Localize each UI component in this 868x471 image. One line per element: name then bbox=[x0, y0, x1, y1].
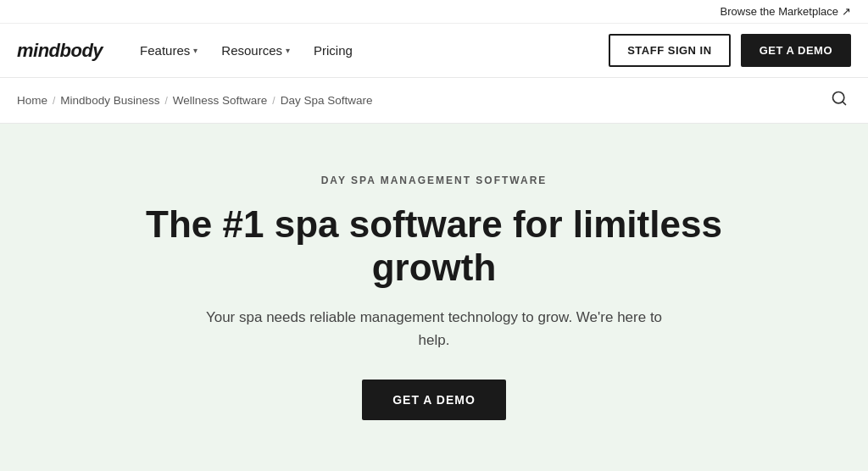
nav-actions: STAFF SIGN IN GET A DEMO bbox=[609, 34, 851, 67]
search-icon bbox=[831, 90, 848, 107]
nav-pricing-label: Pricing bbox=[314, 43, 353, 58]
marketplace-arrow-icon: ↗ bbox=[842, 5, 851, 18]
marketplace-link-text: Browse the Marketplace bbox=[721, 5, 838, 18]
chevron-down-icon: ▾ bbox=[193, 46, 198, 55]
nav-links: Features ▾ Resources ▾ Pricing bbox=[130, 36, 609, 64]
search-button[interactable] bbox=[827, 86, 851, 114]
get-a-demo-button-hero[interactable]: GET A DEMO bbox=[362, 380, 506, 420]
hero-tag: DAY SPA MANAGEMENT SOFTWARE bbox=[17, 175, 851, 186]
main-nav: mindbody Features ▾ Resources ▾ Pricing … bbox=[0, 24, 868, 78]
staff-sign-in-button[interactable]: STAFF SIGN IN bbox=[609, 34, 730, 67]
hero-subtitle: Your spa needs reliable management techn… bbox=[205, 306, 663, 352]
nav-pricing[interactable]: Pricing bbox=[303, 36, 363, 64]
logo[interactable]: mindbody bbox=[17, 40, 103, 62]
marketplace-link[interactable]: Browse the Marketplace ↗ bbox=[721, 5, 851, 18]
breadcrumb-separator: / bbox=[164, 95, 167, 107]
breadcrumb-mindbody-business[interactable]: Mindbody Business bbox=[60, 94, 159, 107]
breadcrumb: Home / Mindbody Business / Wellness Soft… bbox=[17, 94, 372, 107]
breadcrumb-bar: Home / Mindbody Business / Wellness Soft… bbox=[0, 78, 868, 124]
svg-line-1 bbox=[843, 102, 846, 105]
breadcrumb-home[interactable]: Home bbox=[17, 94, 47, 107]
chevron-down-icon: ▾ bbox=[286, 46, 290, 55]
breadcrumb-separator: / bbox=[53, 95, 55, 107]
breadcrumb-wellness-software[interactable]: Wellness Software bbox=[173, 94, 268, 107]
hero-title: The #1 spa software for limitless growth bbox=[129, 203, 739, 289]
nav-resources-label: Resources bbox=[221, 43, 282, 58]
nav-resources[interactable]: Resources ▾ bbox=[211, 36, 300, 64]
image-strip bbox=[0, 454, 868, 471]
hero-section: DAY SPA MANAGEMENT SOFTWARE The #1 spa s… bbox=[0, 124, 868, 454]
breadcrumb-current: Day Spa Software bbox=[281, 94, 373, 107]
breadcrumb-separator: / bbox=[272, 95, 275, 107]
nav-features-label: Features bbox=[140, 43, 190, 58]
get-a-demo-button-nav[interactable]: GET A DEMO bbox=[741, 34, 851, 67]
top-bar: Browse the Marketplace ↗ bbox=[0, 0, 868, 24]
nav-features[interactable]: Features ▾ bbox=[130, 36, 208, 64]
